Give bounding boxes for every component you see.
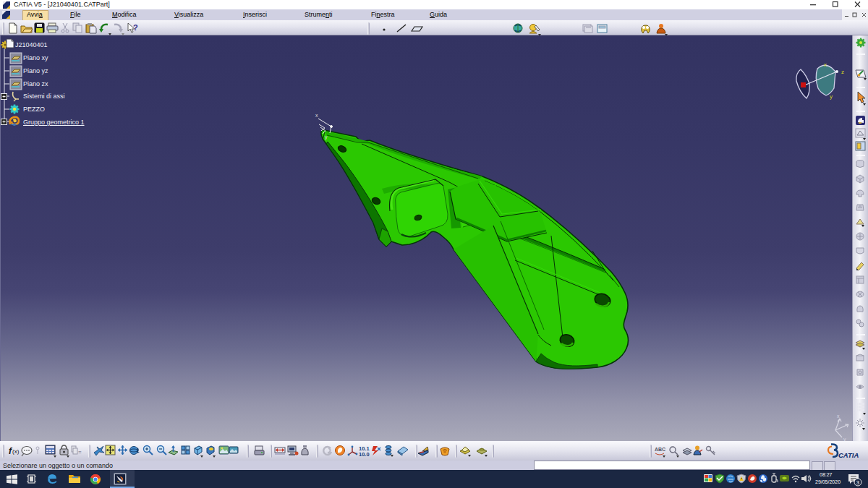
svg-text:x: x [837,414,840,419]
svg-text:y: y [325,134,328,140]
svg-text:z: z [841,69,844,75]
svg-text:CATIA: CATIA [838,451,859,459]
svg-text:ABC: ABC [655,447,665,452]
svg-text:y: y [830,93,833,100]
svg-text:x: x [824,61,827,68]
svg-text:=: = [78,449,82,455]
svg-text:10.0: 10.0 [359,451,370,458]
svg-text:x: x [315,113,318,118]
svg-text:3: 3 [856,479,859,486]
svg-text:(x): (x) [12,448,20,455]
